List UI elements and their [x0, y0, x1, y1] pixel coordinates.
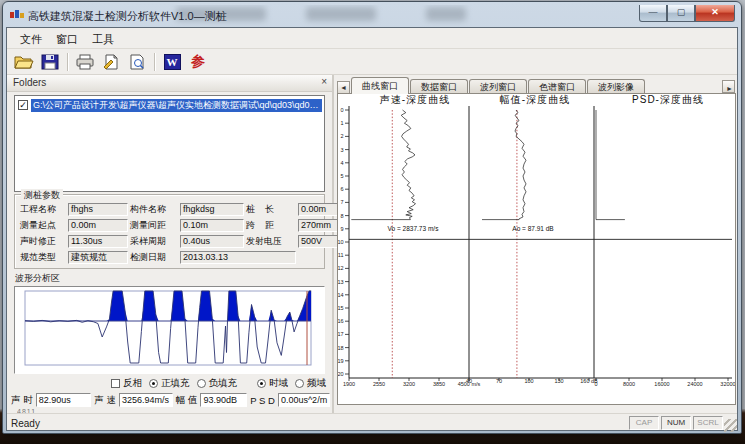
svg-text:14: 14 — [338, 292, 344, 298]
svg-text:24000: 24000 — [687, 381, 702, 387]
invert-label: 反相 — [123, 377, 142, 390]
param-value-field[interactable]: 2013.03.13 — [180, 251, 296, 264]
status-indicator-CAP: CAP — [629, 416, 659, 430]
print-icon[interactable] — [73, 51, 97, 72]
save-icon[interactable] — [38, 51, 62, 72]
tab-数据窗口[interactable]: 数据窗口 — [410, 79, 468, 94]
radio-icon — [295, 379, 304, 388]
readout-label: 声 时 — [11, 394, 33, 407]
tab-波列窗口[interactable]: 波列窗口 — [469, 79, 527, 94]
svg-text:4: 4 — [340, 160, 343, 166]
svg-text:12: 12 — [338, 265, 344, 271]
item-checkbox[interactable]: ✓ — [18, 100, 28, 110]
title-bar[interactable]: 高铁建筑混凝土检测分析软件V1.0—测桩 — ▢ ✕ — [6, 5, 738, 27]
radio-option-正填充[interactable]: 正填充 — [149, 377, 190, 390]
svg-text:100: 100 — [524, 378, 533, 384]
svg-text:0: 0 — [340, 107, 343, 113]
waveform-area-label: 波形分析区 — [15, 272, 332, 285]
menu-item-2[interactable]: 工具 — [85, 31, 121, 48]
svg-text:32000: 32000 — [720, 381, 735, 387]
print-preview-icon[interactable] — [125, 51, 149, 72]
open-folder-icon[interactable] — [12, 51, 36, 72]
maximize-button[interactable]: ▢ — [667, 5, 695, 22]
svg-text:13: 13 — [338, 279, 344, 285]
depth-curves-svg: 01234567891011121314151617181920声速-深度曲线1… — [338, 94, 735, 404]
waveform-svg — [15, 287, 317, 373]
param-label: 声时修正 — [20, 235, 66, 248]
svg-text:18: 18 — [338, 345, 344, 351]
param-value-field[interactable]: fhghs — [68, 203, 128, 216]
window-title: 高铁建筑混凝土检测分析软件V1.0—测桩 — [28, 9, 227, 24]
svg-text:7: 7 — [340, 199, 343, 205]
readout-label: P S D — [250, 395, 275, 406]
readout-value-field[interactable]: 0.00us^2/m — [278, 393, 330, 407]
readout-value-field[interactable]: 93.90dB — [200, 393, 247, 407]
readout-value-field[interactable]: 82.90us — [36, 393, 92, 407]
svg-text:3850: 3850 — [433, 381, 445, 387]
item-path-label: G:\公司产品设计开发\超声仪器\超声仪实地检测数据调试\qd\qd03\qd0… — [31, 99, 322, 112]
param-value-field[interactable]: fhgkdsg — [180, 203, 244, 216]
folders-panel-title: Folders — [13, 77, 46, 88]
minimize-button[interactable]: — — [639, 5, 667, 22]
svg-text:8000: 8000 — [623, 381, 635, 387]
svg-text:70: 70 — [496, 378, 502, 384]
svg-text:40: 40 — [466, 378, 472, 384]
file-list-item[interactable]: ✓G:\公司产品设计开发\超声仪器\超声仪实地检测数据调试\qd\qd03\qd… — [17, 98, 322, 112]
svg-text:3200: 3200 — [403, 381, 415, 387]
param-value-field[interactable]: 11.30us — [68, 235, 128, 248]
depth-curves-chart[interactable]: 01234567891011121314151617181920声速-深度曲线1… — [337, 93, 736, 405]
radio-option-负填充[interactable]: 负填充 — [197, 377, 238, 390]
params-icon[interactable]: 参 — [186, 51, 210, 72]
export-icon[interactable] — [99, 51, 123, 72]
pile-params-group: 测桩参数 工程名称fhghs构件名称fhgkdsg桩 长0.00m测量起点0.0… — [14, 194, 325, 269]
tab-scroll-right-icon[interactable]: ► — [722, 80, 735, 93]
menu-bar: 文件窗口工具 — [7, 28, 737, 49]
param-label: 测量起点 — [20, 219, 66, 232]
param-label: 桩 长 — [246, 203, 296, 216]
folders-panel-caption[interactable]: Folders × — [7, 75, 332, 92]
radio-label: 负填充 — [209, 377, 238, 390]
svg-text:6: 6 — [340, 186, 343, 192]
curves-panel: ◄ 曲线窗口数据窗口波列窗口色谱窗口波列影像► 0123456789101112… — [334, 75, 739, 413]
checkbox-icon — [111, 379, 120, 388]
tab-曲线窗口[interactable]: 曲线窗口 — [351, 77, 409, 94]
resize-grip-icon[interactable] — [724, 419, 737, 432]
param-label: 发射电压 — [246, 235, 296, 248]
svg-text:1900: 1900 — [343, 381, 355, 387]
param-value-field[interactable]: 建筑规范 — [68, 251, 128, 264]
word-export-icon[interactable]: W — [160, 51, 184, 72]
tab-波列影像[interactable]: 波列影像 — [587, 79, 645, 94]
menu-item-0[interactable]: 文件 — [13, 31, 49, 48]
svg-text:17: 17 — [338, 331, 344, 337]
radio-icon — [149, 379, 158, 388]
radio-icon — [197, 379, 206, 388]
param-label: 工程名称 — [20, 203, 66, 216]
file-list[interactable]: ✓G:\公司产品设计开发\超声仪器\超声仪实地检测数据调试\qd\qd03\qd… — [14, 95, 325, 192]
radio-label: 正填充 — [161, 377, 190, 390]
radio-option-频域[interactable]: 频域 — [295, 377, 326, 390]
param-value-field[interactable]: 0.40us — [180, 235, 244, 248]
param-label: 跨 距 — [246, 219, 296, 232]
folders-close-icon[interactable]: × — [321, 76, 327, 87]
svg-text:3: 3 — [340, 147, 343, 153]
svg-text:幅值-深度曲线: 幅值-深度曲线 — [500, 94, 570, 105]
svg-text:Ao = 87.91 dB: Ao = 87.91 dB — [512, 225, 553, 232]
waveform-plot[interactable] — [14, 286, 325, 374]
radio-option-时域[interactable]: 时域 — [257, 377, 288, 390]
svg-text:16: 16 — [338, 318, 344, 324]
param-label: 规范类型 — [20, 251, 66, 264]
svg-text:0: 0 — [594, 381, 597, 387]
toolbar: W 参 — [7, 49, 737, 75]
readout-value-field[interactable]: 3256.94m/s — [119, 393, 173, 407]
param-label: 采样周期 — [130, 235, 178, 248]
svg-text:5: 5 — [340, 173, 343, 179]
svg-text:PSD-深度曲线: PSD-深度曲线 — [632, 94, 704, 105]
menu-item-1[interactable]: 窗口 — [49, 31, 85, 48]
invert-checkbox[interactable]: 反相 — [111, 377, 142, 390]
param-value-field[interactable]: 0.00m — [68, 219, 128, 232]
param-label: 检测日期 — [130, 251, 178, 264]
close-button[interactable]: ✕ — [695, 5, 735, 22]
tab-色谱窗口[interactable]: 色谱窗口 — [528, 79, 586, 94]
param-value-field[interactable]: 0.10m — [180, 219, 244, 232]
folders-panel: Folders × ✓G:\公司产品设计开发\超声仪器\超声仪实地检测数据调试\… — [7, 75, 334, 413]
